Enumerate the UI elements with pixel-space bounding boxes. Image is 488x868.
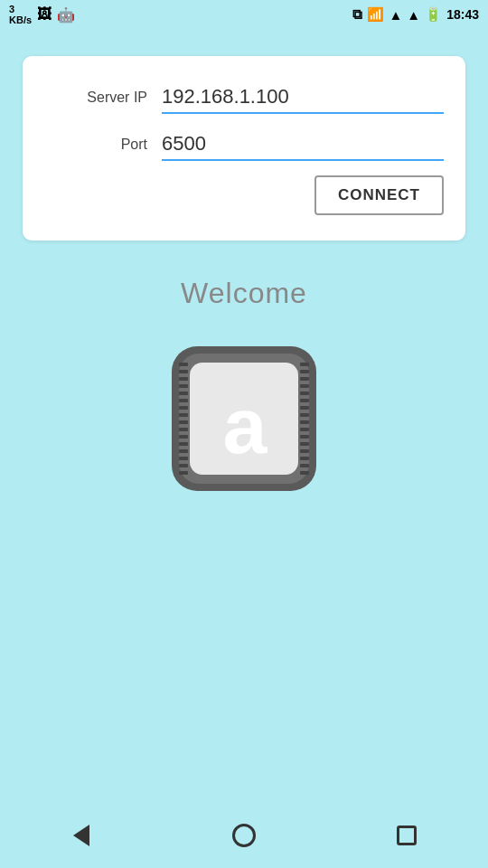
svg-rect-11 [179, 428, 188, 431]
screenshot-icon: 🖼 [37, 6, 52, 23]
svg-rect-14 [179, 449, 188, 453]
svg-rect-25 [300, 413, 309, 417]
svg-rect-15 [179, 457, 188, 460]
app-logo-container: a [163, 337, 325, 500]
server-ip-label: Server IP [44, 90, 162, 106]
home-button[interactable] [221, 817, 267, 854]
recents-icon [397, 826, 417, 845]
svg-rect-29 [300, 442, 309, 446]
svg-rect-3 [179, 370, 188, 373]
svg-rect-20 [300, 377, 309, 381]
signal-icon: 📶 [367, 6, 384, 23]
signal-bars2-icon: ▲ [407, 7, 420, 23]
time-display: 18:43 [446, 7, 479, 22]
svg-rect-28 [300, 435, 309, 439]
navigation-bar [0, 810, 488, 868]
svg-rect-12 [179, 435, 188, 439]
svg-rect-22 [300, 392, 309, 395]
svg-rect-27 [300, 428, 309, 431]
svg-rect-18 [300, 363, 309, 366]
network-speed: 3KB/s [9, 4, 32, 25]
svg-rect-6 [179, 392, 188, 395]
svg-rect-24 [300, 406, 309, 410]
android-icon: 🤖 [57, 6, 75, 24]
status-right: ⧉ 📶 ▲ ▲ 🔋 18:43 [352, 6, 479, 23]
svg-rect-32 [300, 464, 309, 467]
back-button[interactable] [59, 817, 104, 854]
battery-icon: 🔋 [425, 6, 442, 23]
svg-rect-16 [179, 464, 188, 467]
svg-rect-21 [300, 384, 309, 388]
svg-rect-9 [179, 413, 188, 417]
port-label: Port [44, 137, 162, 153]
svg-rect-23 [300, 399, 309, 402]
svg-rect-26 [300, 420, 309, 424]
svg-text:a: a [223, 381, 268, 470]
svg-rect-33 [300, 471, 309, 475]
copy-icon: ⧉ [352, 6, 362, 23]
signal-bars-icon: ▲ [389, 7, 402, 23]
svg-rect-7 [179, 399, 188, 402]
svg-rect-30 [300, 449, 309, 453]
port-row: Port [44, 128, 444, 161]
back-icon [73, 825, 89, 846]
svg-rect-2 [179, 363, 188, 366]
svg-rect-8 [179, 406, 188, 410]
server-ip-row: Server IP [44, 81, 444, 114]
status-left: 3KB/s 🖼 🤖 [9, 4, 75, 25]
connect-row: CONNECT [44, 175, 444, 215]
main-content: Server IP Port CONNECT Welcome [0, 29, 488, 810]
welcome-text: Welcome [181, 277, 307, 310]
connection-card: Server IP Port CONNECT [23, 56, 465, 241]
connect-button[interactable]: CONNECT [314, 175, 444, 215]
svg-rect-4 [179, 377, 188, 381]
svg-rect-17 [179, 471, 188, 475]
app-logo-icon: a [163, 337, 325, 500]
recents-button[interactable] [384, 817, 429, 854]
home-icon [232, 824, 256, 847]
svg-rect-31 [300, 457, 309, 460]
server-ip-input[interactable] [162, 81, 444, 114]
svg-rect-10 [179, 420, 188, 424]
svg-rect-13 [179, 442, 188, 446]
svg-rect-5 [179, 384, 188, 388]
svg-rect-19 [300, 370, 309, 373]
port-input[interactable] [162, 128, 444, 161]
status-bar: 3KB/s 🖼 🤖 ⧉ 📶 ▲ ▲ 🔋 18:43 [0, 0, 488, 29]
